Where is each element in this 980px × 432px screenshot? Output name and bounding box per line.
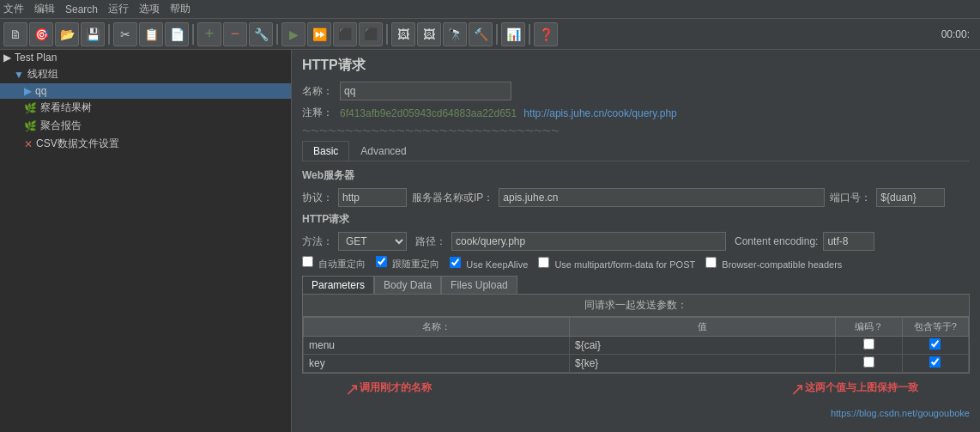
subtab-files-upload[interactable]: Files Upload — [441, 276, 517, 294]
multipart-label: Use multipart/form-data for POST — [554, 259, 695, 270]
col-name: 名称： — [304, 318, 570, 337]
footer-url: https://blog.csdn.net/gougouboke — [302, 408, 970, 418]
server-label: 服务器名称或IP： — [412, 191, 493, 205]
follow-redirect-check[interactable] — [376, 256, 387, 267]
follow-redirect-label: 跟随重定向 — [392, 259, 439, 269]
row1-encode-check[interactable] — [863, 338, 874, 350]
tb-remove[interactable]: − — [223, 22, 247, 46]
row2-include-check[interactable] — [929, 356, 941, 368]
row1-name: menu — [304, 337, 570, 355]
menu-bar: 文件 编辑 Search 运行 选项 帮助 — [0, 0, 980, 19]
menu-options[interactable]: 选项 — [139, 2, 160, 16]
menu-help[interactable]: 帮助 — [170, 2, 191, 16]
tb-copy[interactable]: 📋 — [139, 22, 163, 46]
sidebar-item-result-tree[interactable]: 🌿 察看结果树 — [0, 99, 291, 117]
sidebar: ▶ Test Plan ▼ 线程组 ▶ qq 🌿 察看结果树 🌿 聚合报告 ✕ … — [0, 50, 292, 432]
result-tree-icon: 🌿 — [24, 102, 37, 114]
method-label: 方法： — [302, 234, 333, 249]
tb-start[interactable]: ▶ — [281, 22, 305, 46]
sep3 — [276, 24, 278, 45]
multipart-check[interactable] — [538, 257, 549, 268]
encoding-input[interactable] — [823, 232, 874, 251]
auto-redirect-label: 自动重定向 — [318, 259, 366, 269]
tb-add[interactable]: + — [197, 22, 221, 46]
row2-value: ${ke} — [570, 355, 836, 373]
row2-include[interactable] — [902, 355, 969, 373]
menu-search[interactable]: Search — [65, 3, 98, 15]
sep1 — [108, 24, 110, 45]
toolbar-time: 00:00: — [935, 28, 977, 40]
method-select[interactable]: GET POST PUT DELETE — [338, 232, 407, 251]
web-server-title: Web服务器 — [302, 168, 970, 183]
row2-name: key — [304, 355, 570, 373]
sidebar-label-qq: qq — [35, 85, 46, 97]
tb-report[interactable]: 📊 — [501, 22, 525, 46]
tb-clear-all[interactable]: 🖼 — [417, 22, 441, 46]
sidebar-label-aggregate-report: 聚合报告 — [40, 119, 82, 133]
params-table: 名称： 值 编码？ 包含等于? menu ${cai} — [303, 317, 969, 373]
row2-encode-check[interactable] — [863, 356, 874, 368]
sidebar-item-csv-config[interactable]: ✕ CSV数据文件设置 — [0, 135, 291, 153]
tb-remote[interactable]: 🔨 — [469, 22, 493, 46]
main-tabs: Basic Advanced — [302, 141, 970, 161]
tab-advanced[interactable]: Advanced — [349, 141, 417, 161]
tb-clear[interactable]: 🖼 — [391, 22, 415, 46]
tb-templates[interactable]: 🎯 — [29, 22, 53, 46]
tb-settings[interactable]: 🔧 — [249, 22, 273, 46]
sep6 — [529, 24, 530, 45]
tb-save[interactable]: 💾 — [81, 22, 105, 46]
main-layout: ▶ Test Plan ▼ 线程组 ▶ qq 🌿 察看结果树 🌿 聚合报告 ✕ … — [0, 50, 980, 432]
annotation-right: ↗ 这两个值与上图保持一致 — [790, 380, 918, 398]
menu-run[interactable]: 运行 — [108, 2, 129, 16]
protocol-input[interactable] — [338, 188, 407, 207]
tb-open[interactable]: 📂 — [55, 22, 79, 46]
sidebar-item-aggregate-report[interactable]: 🌿 聚合报告 — [0, 117, 291, 135]
name-input[interactable] — [340, 82, 511, 100]
checkbox-row: 自动重定向 跟随重定向 Use KeepAlive Use multipart/… — [302, 256, 970, 271]
checkbox-browser-compat[interactable]: Browser-compatible headers — [705, 257, 842, 270]
browser-compat-check[interactable] — [705, 257, 717, 268]
browser-compat-label: Browser-compatible headers — [722, 259, 842, 270]
tb-cut[interactable]: ✂ — [113, 22, 137, 46]
encoding-label: Content encoding: — [735, 235, 818, 247]
csv-config-icon: ✕ — [24, 138, 33, 150]
comment-hash: 6f413afb9e2d05943cd64883aa22d651 — [340, 107, 517, 119]
menu-file[interactable]: 文件 — [3, 2, 24, 16]
checkbox-multipart[interactable]: Use multipart/form-data for POST — [538, 257, 695, 270]
tb-help[interactable]: ❓ — [534, 22, 558, 46]
server-input[interactable] — [499, 188, 825, 207]
tb-shutdown[interactable]: ⬛ — [359, 22, 383, 46]
name-row: 名称： — [302, 82, 970, 100]
row2-encode[interactable] — [836, 355, 903, 373]
table-row: key ${ke} — [304, 355, 969, 373]
subtab-parameters[interactable]: Parameters — [302, 276, 374, 294]
menu-edit[interactable]: 编辑 — [34, 2, 55, 16]
tab-basic[interactable]: Basic — [302, 141, 349, 161]
tb-stop[interactable]: ⬛ — [333, 22, 357, 46]
name-label: 名称： — [302, 84, 333, 99]
sidebar-item-qq[interactable]: ▶ qq — [0, 83, 291, 99]
checkbox-keepalive[interactable]: Use KeepAlive — [450, 257, 528, 270]
http-request-title: HTTP请求 — [302, 212, 970, 227]
checkbox-auto-redirect[interactable]: 自动重定向 — [302, 256, 366, 271]
path-label: 路径： — [415, 234, 446, 249]
params-send-note: 同请求一起发送参数： — [303, 295, 969, 317]
tb-start-no-pause[interactable]: ⏩ — [307, 22, 331, 46]
keepalive-check[interactable] — [450, 257, 461, 268]
subtab-body-data[interactable]: Body Data — [374, 276, 441, 294]
sidebar-item-thread-group[interactable]: ▼ 线程组 — [0, 65, 291, 83]
sidebar-item-test-plan[interactable]: ▶ Test Plan — [0, 50, 291, 65]
port-input[interactable] — [876, 188, 945, 207]
checkbox-follow-redirect[interactable]: 跟随重定向 — [376, 256, 439, 271]
tb-paste[interactable]: 📄 — [165, 22, 189, 46]
row1-encode[interactable] — [836, 337, 903, 355]
row1-include-check[interactable] — [929, 338, 941, 350]
sep5 — [496, 24, 498, 45]
tb-find[interactable]: 🔭 — [443, 22, 467, 46]
tb-new[interactable]: 🗎 — [3, 22, 27, 46]
annotation-left: ↗ 调用刚才的名称 — [345, 380, 432, 398]
comment-url: http://apis.juhe.cn/cook/query.php — [523, 107, 677, 119]
auto-redirect-check[interactable] — [302, 256, 313, 267]
row1-include[interactable] — [902, 337, 969, 355]
path-input[interactable] — [451, 232, 726, 251]
